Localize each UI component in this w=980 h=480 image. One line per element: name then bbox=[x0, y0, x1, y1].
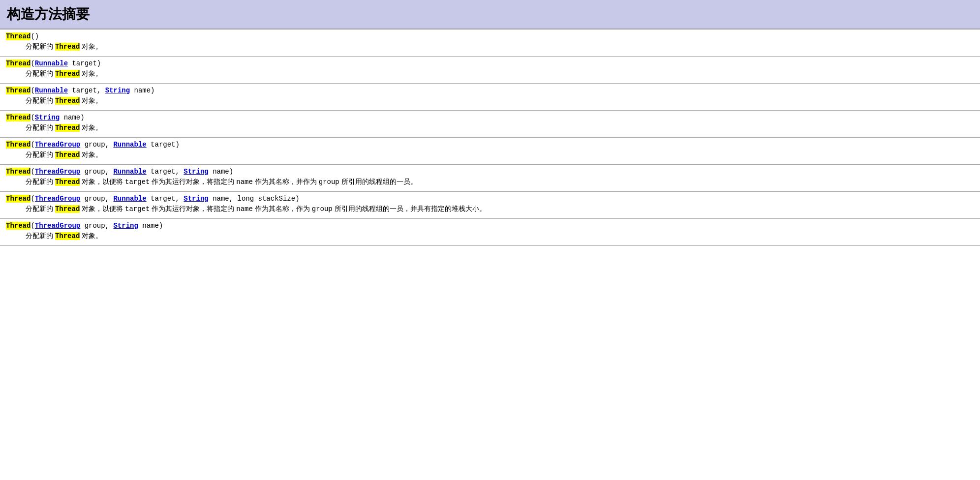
sig-normal: name) bbox=[130, 87, 154, 94]
sig-normal: ( bbox=[31, 114, 34, 121]
desc-code: group bbox=[312, 205, 333, 213]
constructor-signature: Thread(ThreadGroup group, Runnable targe… bbox=[6, 168, 974, 176]
constructor-signature: Thread(ThreadGroup group, Runnable targe… bbox=[6, 195, 974, 203]
sig-normal: name) bbox=[138, 222, 163, 230]
desc-code: target bbox=[125, 205, 150, 213]
sig-normal: group, bbox=[80, 222, 113, 230]
table-row: Thread(ThreadGroup group, Runnable targe… bbox=[0, 165, 980, 192]
thread-highlight: Thread bbox=[6, 195, 31, 203]
thread-highlight: Thread bbox=[6, 60, 31, 67]
string-link[interactable]: String bbox=[105, 87, 130, 94]
runnable-link[interactable]: Runnable bbox=[113, 141, 146, 149]
thread-highlight-desc: Thread bbox=[55, 151, 80, 159]
thread-highlight-desc: Thread bbox=[55, 70, 80, 78]
table-row: Thread(ThreadGroup group, Runnable targe… bbox=[0, 138, 980, 165]
sig-normal: name) bbox=[209, 168, 233, 176]
page-title: 构造方法摘要 bbox=[7, 5, 973, 24]
thread-highlight-desc: Thread bbox=[55, 97, 80, 105]
constructor-signature: Thread(String name) bbox=[6, 114, 974, 121]
constructor-description: 分配新的 Thread 对象。 bbox=[6, 230, 974, 240]
thread-highlight: Thread bbox=[6, 114, 31, 121]
page-header: 构造方法摘要 bbox=[0, 0, 980, 30]
constructor-signature: Thread(ThreadGroup group, String name) bbox=[6, 222, 974, 230]
row-cell: Thread(Runnable target, String name) 分配新… bbox=[0, 84, 980, 111]
thread-highlight-desc: Thread bbox=[55, 178, 80, 186]
thread-highlight: Thread bbox=[6, 168, 31, 176]
string-link[interactable]: String bbox=[184, 195, 208, 203]
string-link[interactable]: String bbox=[113, 222, 138, 230]
threadgroup-link[interactable]: ThreadGroup bbox=[35, 168, 80, 176]
constructor-signature: Thread() bbox=[6, 32, 974, 40]
constructor-description: 分配新的 Thread 对象。 bbox=[6, 121, 974, 132]
constructor-description: 分配新的 Thread 对象。 bbox=[6, 67, 974, 78]
sig-normal: () bbox=[31, 32, 39, 40]
row-cell: Thread(Runnable target) 分配新的 Thread 对象。 bbox=[0, 57, 980, 84]
threadgroup-link[interactable]: ThreadGroup bbox=[35, 141, 80, 149]
row-cell: Thread(ThreadGroup group, Runnable targe… bbox=[0, 165, 980, 192]
thread-highlight: Thread bbox=[6, 141, 31, 149]
runnable-link[interactable]: Runnable bbox=[113, 195, 146, 203]
runnable-link[interactable]: Runnable bbox=[35, 60, 68, 67]
threadgroup-link[interactable]: ThreadGroup bbox=[35, 195, 80, 203]
sig-normal: group, bbox=[80, 168, 113, 176]
runnable-link[interactable]: Runnable bbox=[35, 87, 68, 94]
threadgroup-link[interactable]: ThreadGroup bbox=[35, 222, 80, 230]
desc-code: target bbox=[125, 178, 150, 186]
sig-normal: ( bbox=[31, 168, 34, 176]
row-cell: Thread() 分配新的 Thread 对象。 bbox=[0, 30, 980, 57]
constructor-table: Thread() 分配新的 Thread 对象。 Thread(Runnable… bbox=[0, 30, 980, 246]
constructor-description: 分配新的 Thread 对象，以便将 target 作为其运行对象，将指定的 n… bbox=[6, 203, 974, 213]
table-row: Thread() 分配新的 Thread 对象。 bbox=[0, 30, 980, 57]
table-row: Thread(Runnable target, String name) 分配新… bbox=[0, 84, 980, 111]
sig-normal: group, bbox=[80, 195, 113, 203]
thread-highlight: Thread bbox=[6, 32, 31, 40]
thread-highlight-desc: Thread bbox=[55, 124, 80, 132]
sig-normal: name) bbox=[60, 114, 84, 121]
thread-highlight-desc: Thread bbox=[55, 43, 80, 51]
row-cell: Thread(ThreadGroup group, Runnable targe… bbox=[0, 192, 980, 219]
sig-normal: ( bbox=[31, 222, 34, 230]
constructor-signature: Thread(Runnable target, String name) bbox=[6, 87, 974, 94]
thread-highlight: Thread bbox=[6, 87, 31, 94]
sig-normal: target) bbox=[68, 60, 101, 67]
table-row: Thread(Runnable target) 分配新的 Thread 对象。 bbox=[0, 57, 980, 84]
sig-normal: target, bbox=[68, 87, 105, 94]
runnable-link[interactable]: Runnable bbox=[113, 168, 146, 176]
constructor-description: 分配新的 Thread 对象，以便将 target 作为其运行对象，将指定的 n… bbox=[6, 176, 974, 186]
page-container: 构造方法摘要 Thread() 分配新的 Thread 对象。 Thread(R… bbox=[0, 0, 980, 246]
row-cell: Thread(String name) 分配新的 Thread 对象。 bbox=[0, 111, 980, 138]
constructor-description: 分配新的 Thread 对象。 bbox=[6, 94, 974, 105]
string-link[interactable]: String bbox=[184, 168, 208, 176]
sig-normal: target, bbox=[147, 168, 184, 176]
sig-normal: target) bbox=[147, 141, 180, 149]
sig-normal: name, long stackSize) bbox=[209, 195, 300, 203]
desc-code: name bbox=[236, 178, 253, 186]
sig-normal: ( bbox=[31, 60, 34, 67]
row-cell: Thread(ThreadGroup group, String name) 分… bbox=[0, 219, 980, 246]
thread-highlight-desc: Thread bbox=[55, 232, 80, 240]
sig-normal: ( bbox=[31, 87, 34, 94]
row-cell: Thread(ThreadGroup group, Runnable targe… bbox=[0, 138, 980, 165]
desc-code: group bbox=[319, 178, 339, 186]
sig-normal: group, bbox=[80, 141, 113, 149]
table-row: Thread(String name) 分配新的 Thread 对象。 bbox=[0, 111, 980, 138]
sig-normal: target, bbox=[147, 195, 184, 203]
table-row: Thread(ThreadGroup group, Runnable targe… bbox=[0, 192, 980, 219]
constructor-description: 分配新的 Thread 对象。 bbox=[6, 149, 974, 159]
constructor-signature: Thread(Runnable target) bbox=[6, 60, 974, 67]
thread-highlight-desc: Thread bbox=[55, 205, 80, 213]
constructor-description: 分配新的 Thread 对象。 bbox=[6, 40, 974, 51]
sig-normal: ( bbox=[31, 141, 34, 149]
desc-code: name bbox=[236, 205, 253, 213]
table-row: Thread(ThreadGroup group, String name) 分… bbox=[0, 219, 980, 246]
sig-normal: ( bbox=[31, 195, 34, 203]
string-link[interactable]: String bbox=[35, 114, 60, 121]
thread-highlight: Thread bbox=[6, 222, 31, 230]
constructor-signature: Thread(ThreadGroup group, Runnable targe… bbox=[6, 141, 974, 149]
